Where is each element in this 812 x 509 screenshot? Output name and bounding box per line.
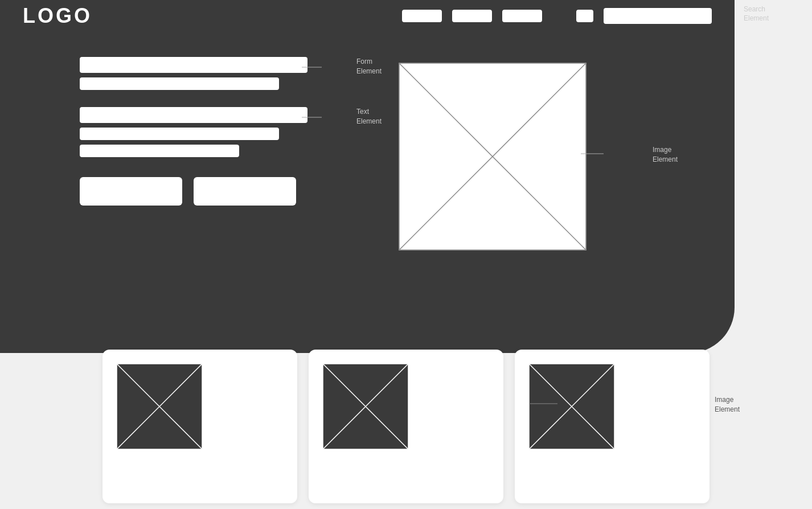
card-3: Image Element	[515, 350, 710, 503]
card-image-3: Image Element	[529, 364, 614, 449]
button-group	[80, 177, 307, 206]
form-element-label: Form Element	[356, 57, 382, 76]
image-x-icon	[399, 63, 586, 250]
button-2[interactable]	[194, 177, 296, 206]
card-image-icon-1	[117, 364, 202, 449]
form-bar-4[interactable]	[80, 128, 279, 140]
form-bar-2[interactable]	[80, 77, 279, 90]
cards-section: Image Element	[0, 350, 812, 509]
nav-separator[interactable]	[576, 10, 593, 22]
image-container: Image Element	[399, 63, 587, 251]
nav-items	[402, 10, 542, 22]
card-image-2	[323, 364, 408, 449]
form-bar-3[interactable]	[80, 107, 307, 123]
form-bar-1[interactable]	[80, 57, 307, 73]
text-element-label: Text Element	[356, 107, 382, 126]
nav-item-2[interactable]	[452, 10, 492, 22]
button-1[interactable]	[80, 177, 182, 206]
search-input[interactable]	[604, 8, 712, 24]
card-2	[309, 350, 503, 503]
main-content: Form Element Text Element	[80, 57, 587, 251]
form-section: Form Element Text Element	[80, 57, 307, 251]
search-element-label: Search Element	[744, 5, 769, 24]
card-image-icon-3	[529, 364, 614, 449]
card-image-1	[117, 364, 202, 449]
search-container: Search Element	[604, 8, 712, 24]
form-group-1: Form Element	[80, 57, 307, 90]
nav-item-3[interactable]	[502, 10, 542, 22]
navbar: LOGO Search Element	[0, 0, 735, 31]
card-1	[102, 350, 297, 503]
form-bar-5[interactable]	[80, 145, 239, 157]
image-placeholder-large	[399, 63, 587, 251]
image-element-label: Image Element	[653, 145, 678, 165]
nav-item-1[interactable]	[402, 10, 442, 22]
card-image-icon-2	[323, 364, 408, 449]
form-group-2: Text Element	[80, 107, 307, 157]
card-image-element-label: Image Element	[715, 395, 740, 414]
logo: LOGO	[23, 4, 92, 28]
